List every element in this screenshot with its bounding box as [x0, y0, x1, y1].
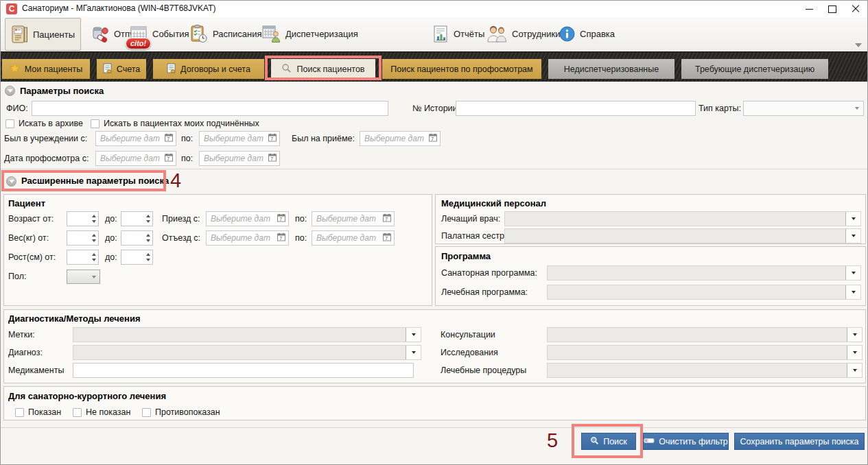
tab-contracts-invoices[interactable]: Договоры и счета — [153, 59, 264, 79]
svg-text:7: 7 — [270, 136, 273, 141]
chevron-down-icon[interactable] — [845, 266, 860, 280]
tab-my-patients[interactable]: Мои пациенты — [2, 59, 90, 79]
weight-from-spinner[interactable] — [67, 230, 99, 246]
facility-from-label: Был в учреждении с: — [4, 131, 87, 146]
tab-undispatched[interactable]: Недиспетчеризованные — [548, 59, 675, 79]
chevron-down-icon[interactable] — [847, 363, 862, 377]
weight-to-spinner[interactable] — [121, 230, 153, 246]
tab-patient-search[interactable]: Поиск пациентов — [271, 59, 375, 79]
archive-checkbox-label[interactable]: Искать в архиве — [19, 116, 83, 131]
minimize-button[interactable] — [797, 1, 821, 17]
maximize-button[interactable] — [821, 1, 844, 17]
chevron-down-icon — [855, 107, 859, 110]
app-logo-icon: C — [6, 3, 17, 14]
toolbar-button-patients[interactable]: Пациенты — [5, 18, 81, 51]
spinner-arrows[interactable] — [143, 212, 152, 226]
calendar-icon[interactable]: 7 — [165, 152, 173, 165]
nurse-dropdown[interactable] — [504, 228, 861, 243]
doctor-dropdown[interactable] — [504, 211, 861, 226]
collapse-advanced-button[interactable] — [6, 176, 16, 187]
toolbar-button-dispatch[interactable]: Диспетчеризация — [256, 18, 364, 49]
chevron-down-icon[interactable] — [845, 212, 860, 226]
chevron-down-icon[interactable] — [845, 285, 860, 299]
not-indicated-checkbox-label[interactable]: Не показан — [86, 405, 130, 420]
arrival-from-date-field[interactable]: Выберите дат 7 — [206, 211, 289, 226]
calendar-icon[interactable]: 7 — [429, 132, 437, 145]
not-indicated-checkbox[interactable] — [73, 408, 82, 417]
spinner-arrows[interactable] — [89, 212, 98, 226]
calendar-icon[interactable]: 7 — [165, 132, 173, 145]
info-icon — [559, 26, 575, 42]
arrival-to-date-field[interactable]: Выберите дат 7 — [312, 211, 395, 226]
toolbar-button-help[interactable]: Справка — [554, 18, 620, 49]
departure-from-date-field[interactable]: Выберите дат 7 — [206, 230, 289, 246]
appointment-date-field[interactable]: Выберите дат 7 — [360, 131, 441, 146]
research-label: Исследования — [441, 345, 498, 360]
calendar-icon[interactable]: 7 — [268, 152, 277, 165]
spinner-arrows[interactable] — [143, 231, 152, 245]
spinner-arrows[interactable] — [143, 250, 152, 264]
subordinates-checkbox[interactable] — [91, 119, 99, 128]
profexam-from-date-field[interactable]: Выберите дат 7 — [95, 151, 176, 166]
doctor-label: Лечащий врач: — [441, 211, 500, 226]
toolbar-button-schedules[interactable]: Расписания — [185, 18, 267, 49]
consultations-label: Консультации — [441, 327, 495, 342]
tab-require-dispatch[interactable]: Требующие диспетчеризацию — [681, 59, 828, 79]
history-number-input[interactable] — [456, 101, 696, 116]
toolbar-button-employees[interactable]: Сотрудники — [481, 18, 565, 49]
spinner-arrows[interactable] — [89, 231, 98, 245]
chevron-down-icon[interactable] — [406, 328, 421, 342]
calendar-icon[interactable]: 7 — [268, 132, 277, 145]
medications-input[interactable] — [73, 363, 414, 378]
search-button[interactable]: Поиск — [581, 433, 636, 450]
contraindicated-checkbox-label[interactable]: Противопоказан — [155, 405, 220, 420]
chevron-down-icon[interactable] — [845, 229, 860, 243]
tab-profexam-search[interactable]: Поиск пациентов по профосмотрам — [382, 59, 541, 79]
contraindicated-checkbox[interactable] — [142, 408, 151, 417]
arrival-from-label: Приезд с: — [162, 211, 200, 226]
indicated-checkbox-label[interactable]: Показан — [28, 405, 61, 420]
consultations-dropdown[interactable] — [547, 327, 863, 342]
calendar-icon[interactable]: 7 — [277, 213, 285, 225]
save-params-button-label: Сохранить параметры поиска — [740, 437, 858, 446]
sanatorium-program-dropdown[interactable] — [547, 265, 861, 281]
departure-to-date-field[interactable]: Выберите дат 7 — [312, 230, 395, 246]
calendar-icon[interactable]: 7 — [277, 232, 285, 244]
facility-to-date-field[interactable]: Выберите дат 7 — [199, 131, 280, 146]
clear-filter-button[interactable]: Очистить фильтр — [643, 433, 729, 450]
document-icon — [167, 63, 176, 75]
height-to-spinner[interactable] — [121, 250, 153, 265]
calendar-icon[interactable]: 7 — [383, 232, 391, 244]
research-dropdown[interactable] — [547, 345, 863, 360]
treatment-program-dropdown[interactable] — [547, 285, 861, 300]
profexam-to-date-field[interactable]: Выберите дат 7 — [199, 151, 280, 166]
diagnosis-dropdown[interactable] — [73, 345, 421, 360]
card-type-dropdown[interactable] — [743, 101, 864, 116]
age-to-spinner[interactable] — [121, 211, 153, 226]
toolbar-overflow-chevron-icon[interactable] — [855, 43, 862, 47]
gender-dropdown[interactable] — [67, 270, 100, 284]
tags-dropdown[interactable] — [73, 327, 421, 342]
collapse-params-button[interactable] — [5, 86, 15, 96]
tab-label: Договоры и счета — [180, 64, 250, 74]
tab-invoices[interactable]: Счета — [97, 59, 146, 79]
pills-icon — [91, 25, 109, 43]
chevron-down-icon[interactable] — [847, 328, 862, 342]
procedures-dropdown[interactable] — [547, 363, 863, 378]
fio-input[interactable] — [32, 101, 388, 116]
spinner-arrows[interactable] — [89, 250, 98, 264]
chevron-down-icon[interactable] — [847, 346, 862, 359]
save-params-button[interactable]: Сохранить параметры поиска — [734, 433, 865, 450]
archive-checkbox[interactable] — [5, 119, 14, 128]
height-from-spinner[interactable] — [67, 250, 99, 265]
subordinates-checkbox-label[interactable]: Искать в пациентах моих подчинённых — [104, 116, 259, 131]
svg-text:7: 7 — [279, 217, 282, 222]
facility-from-date-field[interactable]: Выберите дат 7 — [95, 131, 176, 146]
divider — [1, 169, 867, 169]
close-button[interactable] — [844, 1, 867, 17]
indicated-checkbox[interactable] — [15, 408, 24, 417]
patient-section: Пациент Возраст от: до: Приезд с: Выбери… — [3, 194, 432, 306]
chevron-down-icon[interactable] — [406, 346, 421, 359]
age-from-spinner[interactable] — [67, 211, 99, 226]
calendar-icon[interactable]: 7 — [383, 213, 391, 225]
